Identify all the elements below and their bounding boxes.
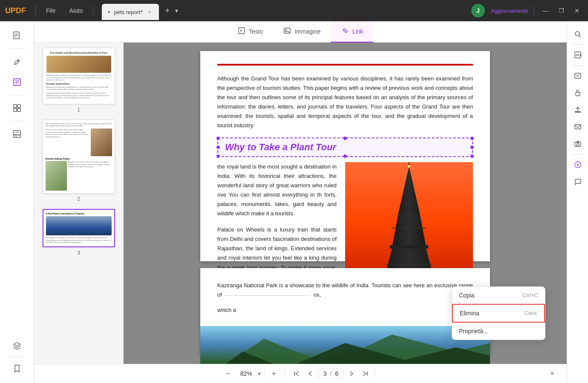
handle-bm[interactable] (343, 154, 347, 158)
page-1-preview: The Health and Mood-Boosting Benefits of… (43, 48, 115, 104)
zoom-in-button[interactable]: + (268, 368, 280, 380)
title-bar: UPDF File Aiuto ▾ pets report* × + ▾ J A… (0, 0, 588, 21)
handle-bl[interactable] (216, 154, 220, 158)
close-toolbar-button[interactable]: × (546, 368, 558, 380)
handle-tl[interactable] (216, 137, 220, 140)
nav-prev-button[interactable] (304, 368, 316, 380)
nav-next-button[interactable] (346, 368, 357, 380)
nav-first-button[interactable] (291, 368, 303, 380)
handle-ml[interactable] (216, 146, 220, 149)
rsidebar-sep (571, 154, 584, 154)
content-area: T Testo Immagine Link (34, 21, 567, 383)
delete-label: Elimina (460, 310, 479, 317)
aiuto-menu[interactable]: Aiuto (64, 6, 88, 16)
context-menu-properties[interactable]: Proprietà... (452, 323, 545, 340)
current-tab[interactable]: ▾ pets report* × (102, 4, 159, 20)
rsidebar-share-icon[interactable] (570, 102, 585, 117)
svg-rect-46 (575, 125, 581, 129)
properties-label: Proprietà... (459, 328, 488, 334)
zoom-separator (264, 369, 265, 378)
tab-testo[interactable]: T Testo (228, 21, 273, 43)
sidebar-separator (9, 121, 26, 121)
body-paragraph: the royal land is the most sought a dest… (217, 162, 337, 219)
page-1-number: 1 (77, 107, 80, 113)
sidebar-icon-organize[interactable] (8, 99, 26, 117)
nav-last-button[interactable] (359, 368, 371, 380)
rsidebar-search-icon[interactable] (570, 26, 585, 42)
rsidebar-sep (571, 65, 584, 66)
tab-immagine[interactable]: Immagine (273, 21, 331, 43)
sidebar-icon-bookmark[interactable] (8, 359, 26, 378)
minimize-button[interactable]: — (539, 6, 552, 16)
testo-icon: T (238, 27, 245, 36)
selected-text-box[interactable]: Why to Take a Plant Tour (217, 137, 473, 157)
pdf-view[interactable]: Although the Grand Tour has been examine… (124, 43, 567, 364)
close-button[interactable]: ✕ (571, 6, 583, 16)
pages-panel: The Health and Mood-Boosting Benefits of… (34, 43, 124, 364)
page-thumbnail-2[interactable]: NIH is funding large-scale surveys to fi… (37, 120, 120, 202)
zoom-controls: − 82% ▾ + (222, 368, 280, 380)
rsidebar-mail-icon[interactable] (570, 119, 585, 134)
handle-tr[interactable] (470, 137, 474, 140)
rsidebar-recognize-icon[interactable] (570, 68, 585, 83)
sidebar-icon-security[interactable] (8, 125, 26, 143)
left-sidebar (0, 21, 34, 383)
rsidebar-sep (571, 44, 584, 45)
zoom-out-button[interactable]: − (222, 368, 234, 380)
kaziranga-paragraph: Kaziranga National Park is a showcase to… (217, 281, 473, 300)
bottom-toolbar: − 82% ▾ + 3 / 6 (34, 364, 567, 383)
handle-br[interactable] (470, 154, 474, 158)
rsidebar-ocr-icon[interactable]: OCR (570, 47, 585, 63)
page-thumbnail-1[interactable]: The Health and Mood-Boosting Benefits of… (37, 48, 120, 113)
svg-rect-11 (14, 109, 17, 111)
svg-line-41 (579, 35, 581, 37)
sidebar-icon-edit[interactable] (8, 73, 26, 91)
rsidebar-ai-icon[interactable] (570, 157, 585, 172)
context-menu: Copia Ctrl+C Elimina Canc Proprietà... (452, 286, 545, 340)
rsidebar-camera-icon[interactable] (570, 136, 585, 151)
tab-dropdown-arrow[interactable]: ▾ (108, 9, 110, 15)
editor-area: The Health and Mood-Boosting Benefits of… (34, 43, 567, 364)
user-avatar: J (471, 4, 485, 17)
page-thumbnail-3[interactable]: A Key Phase in the History of Tourism Th… (37, 209, 120, 256)
delete-shortcut: Canc (525, 310, 537, 316)
maximize-button[interactable]: ❐ (555, 6, 568, 16)
pdf-page-4-partial: Kaziranga National Park is a showcase to… (200, 268, 490, 355)
sidebar-separator (9, 49, 26, 49)
page-separator: / (330, 370, 332, 377)
tab-close-button[interactable]: × (146, 9, 153, 15)
page-3-number: 3 (77, 250, 80, 256)
update-button[interactable]: Aggiornamento (491, 8, 528, 14)
svg-rect-9 (14, 105, 17, 108)
sidebar-bottom (8, 337, 26, 378)
highlighted-title: Why to Take a Plant Tour (225, 142, 465, 153)
handle-mr[interactable] (470, 146, 474, 149)
sidebar-icon-layers[interactable] (8, 337, 26, 355)
tab-link[interactable]: Link (331, 21, 374, 43)
copy-shortcut: Ctrl+C (522, 292, 538, 298)
sidebar-icon-pages[interactable] (8, 26, 26, 45)
svg-rect-12 (17, 109, 20, 111)
svg-rect-13 (14, 131, 20, 135)
main-layout: T Testo Immagine Link (0, 21, 588, 383)
handle-tm[interactable] (343, 137, 347, 140)
zoom-dropdown-button[interactable]: ▾ (258, 371, 261, 377)
svg-rect-44 (575, 73, 581, 78)
tabs-dropdown-button[interactable]: ▾ (175, 7, 178, 14)
context-menu-copy[interactable]: Copia Ctrl+C (452, 287, 545, 304)
page-2-preview: NIH is funding large-scale surveys to fi… (43, 120, 115, 194)
zoom-value-display: 82% (236, 369, 257, 379)
file-menu[interactable]: File (41, 6, 61, 16)
sidebar-separator (8, 357, 25, 357)
sidebar-separator (9, 95, 26, 95)
rsidebar-chat-icon[interactable] (570, 174, 585, 189)
tab-area: ▾ pets report* × + ▾ (102, 1, 467, 20)
context-menu-delete[interactable]: Elimina Canc (452, 304, 545, 323)
separator (93, 6, 93, 16)
rsidebar-lock-icon[interactable] (570, 85, 585, 100)
immagine-label: Immagine (294, 28, 320, 35)
new-tab-button[interactable]: + (161, 5, 173, 17)
sidebar-icon-annotate[interactable] (8, 52, 26, 71)
mountain-image (200, 326, 490, 364)
svg-point-48 (576, 143, 579, 146)
